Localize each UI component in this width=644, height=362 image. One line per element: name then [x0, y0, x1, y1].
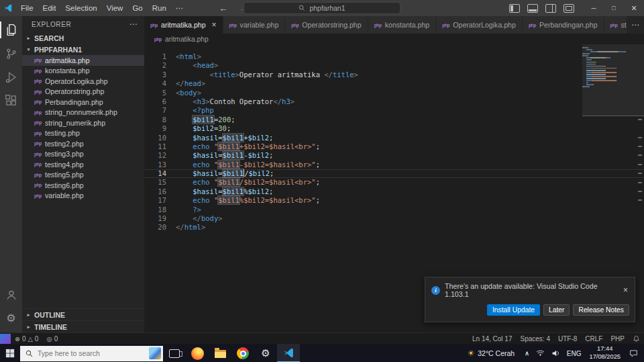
file-testing2-php[interactable]: phptesting2.php — [22, 138, 144, 149]
menu-run[interactable]: Run — [148, 4, 171, 12]
menu-view[interactable]: View — [102, 4, 128, 12]
file-konstanta-php[interactable]: phpkonstanta.php — [22, 66, 144, 77]
account-icon[interactable] — [0, 283, 22, 306]
later-button[interactable]: Later — [543, 304, 570, 316]
file-perbandingan-php[interactable]: phpPerbandingan.php — [22, 97, 144, 107]
file-operatorstring-php[interactable]: phpOperatorstring.php — [22, 87, 144, 97]
editor-scrollbar[interactable] — [636, 44, 644, 332]
code-line[interactable]: 17 echo "$bil1%$bil2=$hasil<br>"; — [144, 196, 644, 205]
taskbar-firefox-icon[interactable] — [186, 344, 209, 362]
file-operatorlogika-php[interactable]: phpOperatorLogika.php — [22, 76, 144, 87]
task-view-button[interactable] — [163, 344, 186, 362]
taskbar-chrome-icon[interactable] — [231, 344, 254, 362]
tab-string[interactable]: phpstring_ — [604, 16, 627, 34]
weather-widget[interactable]: ☀ 32°C Cerah — [460, 349, 521, 358]
code-line[interactable]: 11 echo "$bil1+$bil2=$hasil<br>"; — [144, 142, 644, 151]
release-notes-button[interactable]: Release Notes — [573, 304, 629, 316]
file-aritmatika-php[interactable]: phparitmatika.php — [22, 55, 144, 66]
file-testing-php[interactable]: phptesting.php — [22, 128, 144, 139]
code-line[interactable]: 6 <h3>Contoh Operator</h3> — [144, 97, 644, 106]
menu-item[interactable]: ⋯ — [171, 3, 189, 13]
activity-run-debug-icon[interactable] — [0, 65, 22, 89]
activity-source-control-icon[interactable] — [0, 42, 22, 65]
close-tab-icon[interactable]: × — [212, 20, 217, 30]
taskbar-vscode-icon[interactable] — [277, 344, 300, 362]
tab-perbandingan-php[interactable]: phpPerbandingan.php — [523, 16, 604, 34]
close-button[interactable]: × — [624, 0, 644, 16]
code-line[interactable]: 3 <title>Operator aritmatika </title> — [144, 71, 644, 79]
menu-go[interactable]: Go — [127, 4, 147, 12]
explorer-more-actions-icon[interactable]: ⋯ — [129, 19, 138, 29]
code-line[interactable]: 2 <head> — [144, 61, 644, 70]
section-timeline[interactable]: ▸ TIMELINE — [22, 320, 144, 332]
toggle-secondary-sidebar-icon[interactable] — [545, 4, 556, 13]
code-line[interactable]: 5<body> — [144, 89, 644, 97]
tab-konstanta-php[interactable]: phpkonstanta.php — [368, 16, 437, 34]
menu-edit[interactable]: Edit — [38, 4, 61, 12]
file-testing4-php[interactable]: phptesting4.php — [22, 159, 144, 170]
notifications-bell[interactable] — [629, 335, 644, 343]
status-spaces-4[interactable]: Spaces: 4 — [516, 335, 553, 343]
menu-selection[interactable]: Selection — [60, 4, 101, 12]
code-line[interactable]: 20</html> — [144, 223, 644, 232]
tab-operatorstring-php[interactable]: phpOperatorstring.php — [285, 16, 368, 34]
volume-tray-icon[interactable] — [548, 350, 564, 357]
minimize-button[interactable]: ─ — [584, 0, 604, 16]
tab-operatorlogika-php[interactable]: phpOperatorLogika.php — [436, 16, 523, 34]
search-highlight-image[interactable] — [149, 347, 161, 359]
code-line[interactable]: 4</head> — [144, 79, 644, 88]
section-outline[interactable]: ▸ OUTLINE — [22, 308, 144, 320]
toggle-panel-icon[interactable] — [527, 4, 538, 13]
code-line[interactable]: 19 </body> — [144, 214, 644, 223]
file-testing5-php[interactable]: phptesting5.php — [22, 170, 144, 181]
code-line[interactable]: 18 ?> — [144, 206, 644, 214]
show-hidden-icons[interactable]: ∧ — [521, 350, 533, 357]
file-variable-php[interactable]: phpvariable.php — [22, 191, 144, 201]
network-tray-icon[interactable] — [533, 350, 548, 357]
code-line[interactable]: 1<html> — [144, 52, 644, 61]
code-line[interactable]: 8 $bil1=200; — [144, 116, 644, 124]
command-center-search[interactable]: phpfarhan1 — [244, 2, 400, 14]
taskbar-settings-icon[interactable]: ⚙ — [254, 344, 277, 362]
problems-status[interactable]: ⊗ 0 △ 0 — [11, 335, 42, 343]
status-php[interactable]: PHP — [606, 335, 629, 343]
taskbar-search-input[interactable] — [36, 349, 127, 358]
settings-gear-icon[interactable]: ⚙ — [0, 306, 22, 330]
toggle-sidebar-icon[interactable] — [509, 4, 520, 13]
tab-aritmatika-php[interactable]: phparitmatika.php× — [144, 16, 223, 34]
taskbar-file-explorer-icon[interactable] — [209, 344, 231, 362]
action-center-button[interactable] — [625, 349, 644, 357]
file-testing3-php[interactable]: phptesting3.php — [22, 149, 144, 160]
section-folder[interactable]: ▾ PHPFARHAN1 — [22, 44, 144, 55]
menu-file[interactable]: File — [16, 4, 38, 12]
file-string-nonnumerik-php[interactable]: phpstring_nonnumerik.php — [22, 107, 144, 118]
activity-explorer-icon[interactable] — [0, 18, 22, 42]
minimap-slider[interactable] — [582, 44, 644, 116]
maximize-button[interactable]: □ — [604, 0, 624, 16]
code-line[interactable]: 16 $hasil=$bil1%$bil2; — [144, 187, 644, 196]
notification-close-icon[interactable]: × — [622, 285, 629, 295]
keyboard-language[interactable]: ENG — [564, 350, 585, 357]
taskbar-clock[interactable]: 17:44 17/08/2025 — [584, 345, 625, 361]
install-update-button[interactable]: Install Update — [487, 304, 540, 316]
file-testing6-php[interactable]: phptesting6.php — [22, 180, 144, 191]
tab-more-actions-icon[interactable]: ⋯ — [627, 16, 644, 34]
status-utf-8[interactable]: UTF-8 — [554, 335, 581, 343]
code-line[interactable]: 12 $hasil=$bil1-$bil2; — [144, 151, 644, 160]
remote-indicator[interactable] — [0, 334, 11, 344]
status-ln-14-col-17[interactable]: Ln 14, Col 17 — [468, 335, 517, 343]
code-line[interactable]: 10 $hasil=$bil1+$bil2; — [144, 134, 644, 142]
code-line[interactable]: 15 echo "$bil1/$bil2=$hasil<br>"; — [144, 178, 644, 187]
activity-extensions-icon[interactable] — [0, 89, 22, 112]
code-line[interactable]: 14 $hasil=$bil1/$bil2; — [144, 169, 644, 178]
tab-variable-php[interactable]: phpvariable.php — [223, 16, 286, 34]
taskbar-search[interactable] — [20, 346, 163, 361]
code-line[interactable]: 7 <?php — [144, 106, 644, 115]
status-crlf[interactable]: CRLF — [581, 335, 606, 343]
nav-back-icon[interactable]: ← — [219, 3, 227, 13]
code-line[interactable]: 9 $bil2=30; — [144, 124, 644, 133]
customize-layout-icon[interactable] — [564, 4, 574, 13]
breadcrumb[interactable]: php aritmatika.php — [144, 34, 644, 44]
code-line[interactable]: 13 echo "$bil1-$bil2=$hasil<br>"; — [144, 161, 644, 169]
file-string-numerik-php[interactable]: phpstring_numerik.php — [22, 118, 144, 128]
